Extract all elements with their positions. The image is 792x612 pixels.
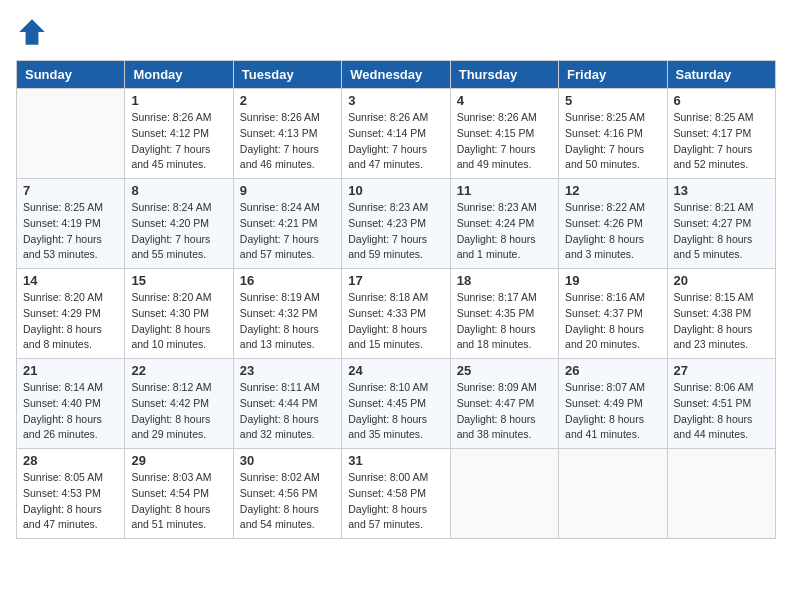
day-number: 2 <box>240 93 335 108</box>
calendar-day-cell: 15Sunrise: 8:20 AMSunset: 4:30 PMDayligh… <box>125 269 233 359</box>
calendar-day-cell: 5Sunrise: 8:25 AMSunset: 4:16 PMDaylight… <box>559 89 667 179</box>
day-info: Sunrise: 8:02 AMSunset: 4:56 PMDaylight:… <box>240 470 335 533</box>
calendar-day-cell: 27Sunrise: 8:06 AMSunset: 4:51 PMDayligh… <box>667 359 775 449</box>
day-info: Sunrise: 8:23 AMSunset: 4:24 PMDaylight:… <box>457 200 552 263</box>
day-number: 22 <box>131 363 226 378</box>
calendar-day-cell: 25Sunrise: 8:09 AMSunset: 4:47 PMDayligh… <box>450 359 558 449</box>
day-number: 5 <box>565 93 660 108</box>
day-number: 20 <box>674 273 769 288</box>
calendar-day-cell: 10Sunrise: 8:23 AMSunset: 4:23 PMDayligh… <box>342 179 450 269</box>
calendar-day-cell: 14Sunrise: 8:20 AMSunset: 4:29 PMDayligh… <box>17 269 125 359</box>
logo-icon <box>16 16 48 48</box>
day-number: 31 <box>348 453 443 468</box>
day-number: 10 <box>348 183 443 198</box>
calendar-day-cell: 30Sunrise: 8:02 AMSunset: 4:56 PMDayligh… <box>233 449 341 539</box>
day-info: Sunrise: 8:12 AMSunset: 4:42 PMDaylight:… <box>131 380 226 443</box>
day-info: Sunrise: 8:03 AMSunset: 4:54 PMDaylight:… <box>131 470 226 533</box>
calendar-week-row: 7Sunrise: 8:25 AMSunset: 4:19 PMDaylight… <box>17 179 776 269</box>
day-info: Sunrise: 8:05 AMSunset: 4:53 PMDaylight:… <box>23 470 118 533</box>
day-number: 30 <box>240 453 335 468</box>
svg-marker-0 <box>19 19 45 45</box>
day-number: 17 <box>348 273 443 288</box>
day-info: Sunrise: 8:20 AMSunset: 4:30 PMDaylight:… <box>131 290 226 353</box>
day-number: 28 <box>23 453 118 468</box>
day-number: 13 <box>674 183 769 198</box>
day-number: 26 <box>565 363 660 378</box>
day-info: Sunrise: 8:14 AMSunset: 4:40 PMDaylight:… <box>23 380 118 443</box>
calendar-day-cell: 29Sunrise: 8:03 AMSunset: 4:54 PMDayligh… <box>125 449 233 539</box>
day-info: Sunrise: 8:09 AMSunset: 4:47 PMDaylight:… <box>457 380 552 443</box>
day-info: Sunrise: 8:15 AMSunset: 4:38 PMDaylight:… <box>674 290 769 353</box>
day-info: Sunrise: 8:00 AMSunset: 4:58 PMDaylight:… <box>348 470 443 533</box>
calendar-day-cell: 17Sunrise: 8:18 AMSunset: 4:33 PMDayligh… <box>342 269 450 359</box>
day-info: Sunrise: 8:26 AMSunset: 4:14 PMDaylight:… <box>348 110 443 173</box>
day-number: 4 <box>457 93 552 108</box>
day-info: Sunrise: 8:19 AMSunset: 4:32 PMDaylight:… <box>240 290 335 353</box>
day-number: 11 <box>457 183 552 198</box>
calendar-day-cell: 22Sunrise: 8:12 AMSunset: 4:42 PMDayligh… <box>125 359 233 449</box>
calendar-day-cell: 9Sunrise: 8:24 AMSunset: 4:21 PMDaylight… <box>233 179 341 269</box>
calendar-day-cell: 1Sunrise: 8:26 AMSunset: 4:12 PMDaylight… <box>125 89 233 179</box>
day-info: Sunrise: 8:18 AMSunset: 4:33 PMDaylight:… <box>348 290 443 353</box>
day-info: Sunrise: 8:24 AMSunset: 4:20 PMDaylight:… <box>131 200 226 263</box>
weekday-header: Sunday <box>17 61 125 89</box>
day-info: Sunrise: 8:26 AMSunset: 4:12 PMDaylight:… <box>131 110 226 173</box>
day-info: Sunrise: 8:10 AMSunset: 4:45 PMDaylight:… <box>348 380 443 443</box>
calendar-week-row: 1Sunrise: 8:26 AMSunset: 4:12 PMDaylight… <box>17 89 776 179</box>
page-header <box>16 16 776 48</box>
day-info: Sunrise: 8:26 AMSunset: 4:15 PMDaylight:… <box>457 110 552 173</box>
day-number: 25 <box>457 363 552 378</box>
logo <box>16 16 54 48</box>
day-info: Sunrise: 8:25 AMSunset: 4:19 PMDaylight:… <box>23 200 118 263</box>
calendar-day-cell: 23Sunrise: 8:11 AMSunset: 4:44 PMDayligh… <box>233 359 341 449</box>
day-info: Sunrise: 8:17 AMSunset: 4:35 PMDaylight:… <box>457 290 552 353</box>
calendar-table: SundayMondayTuesdayWednesdayThursdayFrid… <box>16 60 776 539</box>
day-number: 24 <box>348 363 443 378</box>
day-number: 18 <box>457 273 552 288</box>
day-info: Sunrise: 8:25 AMSunset: 4:16 PMDaylight:… <box>565 110 660 173</box>
calendar-day-cell: 6Sunrise: 8:25 AMSunset: 4:17 PMDaylight… <box>667 89 775 179</box>
day-info: Sunrise: 8:11 AMSunset: 4:44 PMDaylight:… <box>240 380 335 443</box>
calendar-day-cell: 21Sunrise: 8:14 AMSunset: 4:40 PMDayligh… <box>17 359 125 449</box>
calendar-day-cell: 18Sunrise: 8:17 AMSunset: 4:35 PMDayligh… <box>450 269 558 359</box>
calendar-day-cell <box>667 449 775 539</box>
calendar-day-cell: 7Sunrise: 8:25 AMSunset: 4:19 PMDaylight… <box>17 179 125 269</box>
day-number: 16 <box>240 273 335 288</box>
weekday-header: Monday <box>125 61 233 89</box>
weekday-header-row: SundayMondayTuesdayWednesdayThursdayFrid… <box>17 61 776 89</box>
day-number: 6 <box>674 93 769 108</box>
calendar-day-cell: 2Sunrise: 8:26 AMSunset: 4:13 PMDaylight… <box>233 89 341 179</box>
calendar-day-cell: 31Sunrise: 8:00 AMSunset: 4:58 PMDayligh… <box>342 449 450 539</box>
day-info: Sunrise: 8:20 AMSunset: 4:29 PMDaylight:… <box>23 290 118 353</box>
day-number: 27 <box>674 363 769 378</box>
calendar-week-row: 28Sunrise: 8:05 AMSunset: 4:53 PMDayligh… <box>17 449 776 539</box>
calendar-day-cell: 16Sunrise: 8:19 AMSunset: 4:32 PMDayligh… <box>233 269 341 359</box>
calendar-day-cell <box>450 449 558 539</box>
day-number: 7 <box>23 183 118 198</box>
day-info: Sunrise: 8:26 AMSunset: 4:13 PMDaylight:… <box>240 110 335 173</box>
calendar-day-cell: 24Sunrise: 8:10 AMSunset: 4:45 PMDayligh… <box>342 359 450 449</box>
day-number: 29 <box>131 453 226 468</box>
day-number: 21 <box>23 363 118 378</box>
calendar-day-cell: 12Sunrise: 8:22 AMSunset: 4:26 PMDayligh… <box>559 179 667 269</box>
day-number: 1 <box>131 93 226 108</box>
day-info: Sunrise: 8:24 AMSunset: 4:21 PMDaylight:… <box>240 200 335 263</box>
day-info: Sunrise: 8:06 AMSunset: 4:51 PMDaylight:… <box>674 380 769 443</box>
day-number: 8 <box>131 183 226 198</box>
day-number: 12 <box>565 183 660 198</box>
calendar-day-cell: 19Sunrise: 8:16 AMSunset: 4:37 PMDayligh… <box>559 269 667 359</box>
day-number: 15 <box>131 273 226 288</box>
weekday-header: Friday <box>559 61 667 89</box>
calendar-day-cell: 13Sunrise: 8:21 AMSunset: 4:27 PMDayligh… <box>667 179 775 269</box>
calendar-day-cell <box>559 449 667 539</box>
day-number: 3 <box>348 93 443 108</box>
calendar-week-row: 21Sunrise: 8:14 AMSunset: 4:40 PMDayligh… <box>17 359 776 449</box>
day-info: Sunrise: 8:16 AMSunset: 4:37 PMDaylight:… <box>565 290 660 353</box>
calendar-day-cell: 26Sunrise: 8:07 AMSunset: 4:49 PMDayligh… <box>559 359 667 449</box>
day-number: 23 <box>240 363 335 378</box>
day-info: Sunrise: 8:23 AMSunset: 4:23 PMDaylight:… <box>348 200 443 263</box>
day-number: 19 <box>565 273 660 288</box>
day-info: Sunrise: 8:25 AMSunset: 4:17 PMDaylight:… <box>674 110 769 173</box>
day-number: 14 <box>23 273 118 288</box>
day-info: Sunrise: 8:07 AMSunset: 4:49 PMDaylight:… <box>565 380 660 443</box>
